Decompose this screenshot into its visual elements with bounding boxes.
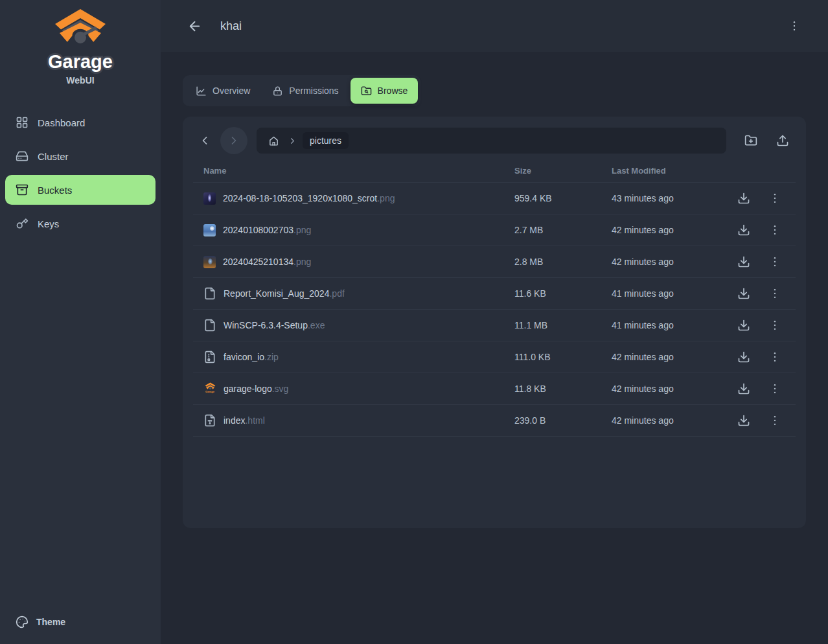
download-button[interactable] [731, 344, 757, 370]
row-menu-button[interactable] [762, 281, 788, 306]
key-icon [16, 217, 29, 230]
breadcrumb: pictures [257, 128, 726, 154]
row-menu-button[interactable] [762, 376, 788, 402]
table-row[interactable]: index.html 239.0 B 42 minutes ago [193, 405, 796, 437]
file-name[interactable]: 20240425210134.png [223, 257, 311, 267]
more-vertical-icon [768, 382, 781, 395]
download-button[interactable] [731, 312, 757, 338]
breadcrumb-home-button[interactable] [264, 132, 282, 150]
folder-plus-icon [744, 134, 757, 147]
file-modified: 42 minutes ago [601, 225, 731, 235]
more-vertical-icon [768, 255, 781, 268]
file-type-icon [203, 414, 216, 427]
table-row[interactable]: WinSCP-6.3.4-Setup.exe 11.1 MB 41 minute… [193, 310, 796, 341]
app-subtitle: WebUI [66, 75, 94, 86]
home-icon [268, 135, 279, 146]
chart-line-icon [196, 86, 207, 97]
chevron-left-icon [198, 134, 211, 147]
table-header-row: Name Size Last Modified [193, 159, 796, 183]
row-menu-button[interactable] [762, 217, 788, 243]
svg-text:Garage: Garage [48, 51, 113, 72]
chevron-right-icon [288, 136, 297, 146]
sidebar-item-cluster[interactable]: Cluster [5, 141, 155, 171]
row-menu-button[interactable] [762, 312, 788, 338]
history-back-button[interactable] [193, 129, 216, 152]
sidebar-item-label: Cluster [38, 151, 69, 162]
table-row[interactable]: 20240425210134.png 2.8 MB 42 minutes ago [193, 246, 796, 278]
file-modified: 42 minutes ago [601, 384, 731, 394]
file-size: 959.4 KB [504, 193, 601, 203]
file-name[interactable]: 2024-08-18-105203_1920x1080_scrot.png [223, 193, 395, 203]
theme-button[interactable]: Theme [5, 609, 155, 635]
palette-icon [16, 615, 29, 628]
download-icon [737, 224, 750, 236]
table-row[interactable]: 2024-08-18-105203_1920x1080_scrot.png 95… [193, 183, 796, 214]
new-folder-button[interactable] [738, 128, 764, 154]
row-menu-button[interactable] [762, 344, 788, 370]
tab-permissions[interactable]: Permissions [262, 78, 349, 104]
theme-label: Theme [36, 617, 65, 627]
toolbar-actions [738, 128, 796, 154]
tab-label: Permissions [289, 86, 338, 96]
row-menu-button[interactable] [762, 408, 788, 433]
upload-button[interactable] [770, 128, 796, 154]
file-size: 11.6 KB [504, 288, 601, 299]
sidebar: Garage WebUI Dashboard Cluster Buckets K… [0, 0, 161, 644]
table-row[interactable]: 20240108002703.png 2.7 MB 42 minutes ago [193, 214, 796, 246]
sidebar-item-keys[interactable]: Keys [5, 209, 155, 238]
download-button[interactable] [731, 376, 757, 402]
table-row[interactable]: Report_Komisi_Aug_2024.pdf 11.6 KB 41 mi… [193, 278, 796, 310]
download-icon [737, 255, 750, 268]
download-icon [737, 382, 750, 395]
app-name: Garage [25, 49, 135, 74]
download-button[interactable] [731, 217, 757, 243]
file-name[interactable]: index.html [224, 415, 265, 426]
sidebar-item-buckets[interactable]: Buckets [5, 175, 155, 205]
file-size: 239.0 B [504, 415, 601, 426]
page-header: khai [161, 0, 828, 52]
bucket-menu-button[interactable] [783, 14, 806, 38]
more-vertical-icon [768, 319, 781, 332]
file-size: 11.8 KB [504, 384, 601, 394]
download-button[interactable] [731, 249, 757, 275]
file-name[interactable]: 20240108002703.png [223, 225, 311, 235]
download-icon [737, 192, 750, 205]
arrow-left-icon [187, 19, 202, 34]
app-logo-block: Garage WebUI [0, 0, 161, 86]
more-vertical-icon [768, 192, 781, 205]
bucket-tabs: Overview Permissions Browse [183, 75, 420, 106]
table-row[interactable]: favicon_io.zip 111.0 KB 42 minutes ago [193, 341, 796, 373]
file-name[interactable]: garage-logo.svg [224, 384, 288, 394]
file-modified: 42 minutes ago [601, 257, 731, 267]
download-icon [737, 319, 750, 332]
more-vertical-icon [768, 287, 781, 300]
file-icon [203, 319, 216, 332]
column-header-modified: Last Modified [601, 166, 731, 176]
file-modified: 42 minutes ago [601, 352, 731, 362]
file-name[interactable]: WinSCP-6.3.4-Setup.exe [224, 320, 325, 330]
file-name[interactable]: Report_Komisi_Aug_2024.pdf [224, 288, 345, 299]
download-button[interactable] [731, 408, 757, 433]
file-size: 11.1 MB [504, 320, 601, 330]
download-button[interactable] [731, 185, 757, 211]
file-modified: 41 minutes ago [601, 288, 731, 299]
back-button[interactable] [183, 14, 206, 38]
download-button[interactable] [731, 281, 757, 306]
breadcrumb-folder[interactable]: pictures [303, 132, 349, 149]
layout-grid-icon [16, 116, 29, 129]
table-row[interactable]: Garage garage-logo.svg 11.8 KB 42 minute… [193, 373, 796, 405]
main-area: khai Overview Permissions Browse [161, 0, 828, 644]
tab-browse[interactable]: Browse [351, 78, 419, 104]
tab-overview[interactable]: Overview [185, 78, 260, 104]
tab-label: Browse [378, 86, 408, 96]
upload-icon [776, 134, 789, 147]
row-menu-button[interactable] [762, 185, 788, 211]
image-thumbnail [203, 192, 216, 205]
file-name[interactable]: favicon_io.zip [224, 352, 279, 362]
file-archive-icon [203, 351, 216, 363]
file-browser-card: pictures Name Size Last Modified [183, 117, 806, 528]
sidebar-item-dashboard[interactable]: Dashboard [5, 108, 155, 137]
more-vertical-icon [768, 351, 781, 363]
history-forward-button[interactable] [220, 127, 247, 154]
row-menu-button[interactable] [762, 249, 788, 275]
